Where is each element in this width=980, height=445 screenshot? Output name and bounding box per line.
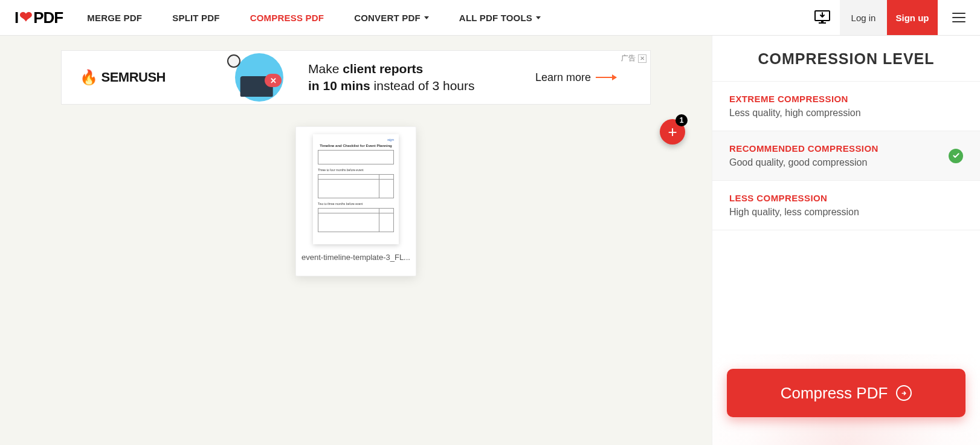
clock-icon: [227, 54, 240, 68]
svg-rect-2: [819, 22, 826, 24]
file-card[interactable]: sign Timeline and Checklist for Event Pl…: [295, 126, 416, 276]
ad-info: 广告 ✕: [621, 53, 646, 63]
header-right: Log in Sign up: [805, 0, 980, 35]
nav-compress[interactable]: COMPRESS PDF: [250, 13, 324, 23]
check-icon: [949, 149, 963, 163]
ad-cta-label: Learn more: [535, 71, 591, 84]
heart-icon: ❤: [19, 8, 32, 27]
cta-label: Compress PDF: [781, 384, 888, 403]
chevron-down-icon: [536, 16, 541, 19]
menu-button[interactable]: [938, 0, 980, 35]
option-less[interactable]: LESS COMPRESSION High quality, less comp…: [712, 181, 980, 230]
option-recommended[interactable]: RECOMMENDED COMPRESSION Good quality, go…: [712, 131, 980, 181]
cta-wrap: Compress PDF: [712, 354, 980, 445]
option-desc: Less quality, high compression: [729, 108, 861, 119]
ad-banner[interactable]: 广告 ✕ 🔥 SEMRUSH ✕ Make client reports in …: [61, 50, 651, 105]
ad-illustration: ✕: [226, 53, 292, 102]
flame-icon: 🔥: [80, 69, 98, 86]
ad-label: 广告: [621, 53, 636, 63]
chevron-down-icon: [424, 16, 429, 19]
plus-icon: +: [668, 123, 677, 141]
signup-button[interactable]: Sign up: [887, 0, 938, 35]
option-desc: Good quality, good compression: [729, 157, 878, 168]
ad-brand: SEMRUSH: [102, 70, 166, 85]
file-name: event-timeline-template-3_FL...: [301, 253, 410, 262]
svg-rect-1: [821, 21, 824, 22]
logo[interactable]: I ❤ PDF: [15, 8, 63, 27]
workspace: 广告 ✕ 🔥 SEMRUSH ✕ Make client reports in …: [0, 36, 712, 445]
option-title: LESS COMPRESSION: [729, 193, 859, 203]
desktop-download-button[interactable]: [805, 0, 840, 35]
file-count-badge: 1: [675, 114, 688, 126]
main: 广告 ✕ 🔥 SEMRUSH ✕ Make client reports in …: [0, 36, 980, 445]
logo-pre: I: [15, 8, 18, 27]
arrow-right-icon: [596, 77, 616, 78]
nav-split[interactable]: SPLIT PDF: [172, 13, 219, 23]
nav-all-tools[interactable]: ALL PDF TOOLS: [459, 13, 541, 23]
nav: MERGE PDF SPLIT PDF COMPRESS PDF CONVERT…: [87, 13, 541, 23]
logo-post: PDF: [33, 8, 63, 27]
header-left: I ❤ PDF MERGE PDF SPLIT PDF COMPRESS PDF…: [0, 8, 541, 27]
nav-all-label: ALL PDF TOOLS: [459, 13, 532, 23]
file-thumbnail: sign Timeline and Checklist for Event Pl…: [313, 134, 399, 244]
ad-text: Make client reports in 10 mins instead o…: [308, 60, 475, 95]
sidebar: COMPRESSION LEVEL EXTREME COMPRESSION Le…: [712, 36, 980, 445]
header: I ❤ PDF MERGE PDF SPLIT PDF COMPRESS PDF…: [0, 0, 980, 36]
ad-brand-logo: 🔥 SEMRUSH: [80, 69, 166, 86]
ad-cta[interactable]: Learn more: [535, 71, 616, 84]
nav-convert-label: CONVERT PDF: [354, 13, 421, 23]
ad-close-icon[interactable]: ✕: [638, 54, 646, 63]
monitor-download-icon: [814, 10, 830, 25]
option-extreme[interactable]: EXTREME COMPRESSION Less quality, high c…: [712, 82, 980, 131]
login-button[interactable]: Log in: [840, 0, 887, 35]
option-title: RECOMMENDED COMPRESSION: [729, 143, 878, 154]
compress-button[interactable]: Compress PDF: [727, 369, 965, 417]
nav-merge[interactable]: MERGE PDF: [87, 13, 142, 23]
nav-convert[interactable]: CONVERT PDF: [354, 13, 429, 23]
option-desc: High quality, less compression: [729, 207, 859, 218]
option-title: EXTREME COMPRESSION: [729, 94, 861, 104]
arrow-right-circle-icon: [896, 385, 912, 401]
sidebar-title: COMPRESSION LEVEL: [712, 36, 980, 82]
file-area: 1 + sign Timeline and Checklist for Even…: [0, 126, 712, 276]
x-badge-icon: ✕: [265, 74, 282, 87]
hamburger-icon: [952, 13, 965, 22]
